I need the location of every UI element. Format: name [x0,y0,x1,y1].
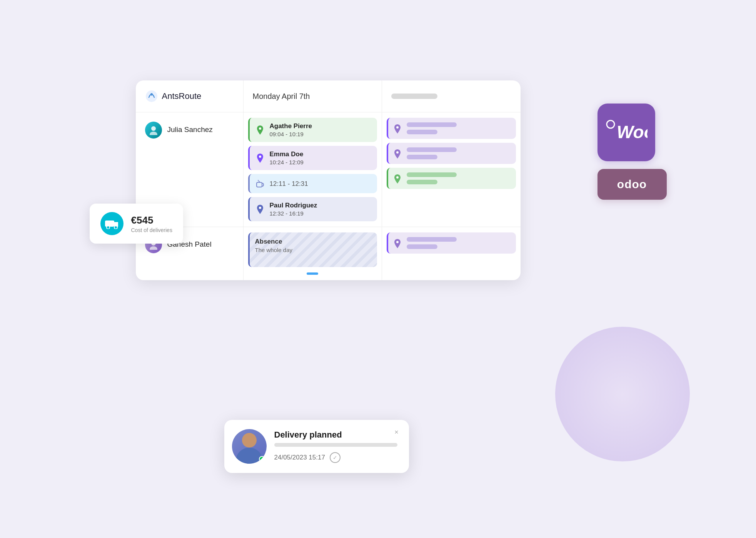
pin-icon-ph3 [394,174,402,183]
notification-card: Delivery planned 24/05/2023 15:17 ✓ × [224,420,409,473]
pin-icon-purple-emma [255,153,265,163]
ph-line-long-2 [407,147,457,152]
julia-row: Julia Sanchez Agathe Pierre 09:04 - 10:1… [136,112,521,227]
notification-content: Delivery planned 24/05/2023 15:17 ✓ [274,430,397,463]
cost-amount: €545 [131,214,172,226]
ph-line-short-2 [407,155,437,159]
date-header: Monday April 7th [244,80,382,112]
header-placeholder-bar [391,94,437,99]
svg-rect-0 [607,120,614,128]
event-paul-time: 12:32 - 16:19 [270,210,317,217]
col3-header [382,80,521,112]
svg-point-6 [259,127,261,130]
pin-icon-ph1 [394,124,402,133]
logo-cell: AntsRoute [136,80,244,112]
ganesh-events-col: Absence The whole day [244,227,382,280]
notification-bar [274,443,397,447]
julia-right-col [382,112,521,227]
ph-line-long-1 [407,122,457,127]
julia-avatar-icon [149,125,159,135]
svg-point-14 [150,246,157,250]
ph-line-short-1 [407,130,437,134]
logo-suffix: Route [179,91,202,101]
odoo-logo-text: odoo [617,178,647,191]
pin-icon-ph2 [394,149,402,158]
placeholder-purple-2 [387,143,516,164]
event-emma-name: Emma Doe [270,150,304,158]
notification-close-button[interactable]: × [391,427,402,438]
cost-info: €545 Cost of deliveries [131,214,172,233]
main-scene: Woo odoo AntsRoute Monday April 7th [90,57,667,481]
ph-lines-ganesh [407,237,457,249]
svg-point-3 [150,93,153,95]
event-emma-info: Emma Doe 10:24 - 12:09 [270,150,304,165]
schedule-header: AntsRoute Monday April 7th [136,80,521,112]
event-break-time: 12:11 - 12:31 [270,180,308,188]
svg-point-5 [150,132,157,135]
truck-icon [105,218,119,229]
absence-card[interactable]: Absence The whole day [248,232,377,267]
cost-label: Cost of deliveries [131,227,172,233]
julia-events-col: Agathe Pierre 09:04 - 10:19 Emma Doe [244,112,382,227]
event-agathe-time: 09:04 - 10:19 [270,131,312,137]
event-agathe[interactable]: Agathe Pierre 09:04 - 10:19 [248,118,377,142]
svg-point-2 [146,90,157,102]
svg-point-17 [107,226,110,229]
svg-point-10 [396,126,399,129]
event-agathe-name: Agathe Pierre [270,122,312,130]
svg-point-4 [151,126,156,131]
svg-point-15 [396,241,399,243]
event-agathe-info: Agathe Pierre 09:04 - 10:19 [270,122,312,137]
julia-name: Julia Sanchez [167,122,213,134]
coffee-icon [255,179,265,189]
event-paul-name: Paul Rodriguez [270,202,317,209]
notification-check-icon: ✓ [330,452,340,463]
decorative-circle [555,327,690,461]
notification-title: Delivery planned [274,430,397,440]
ph-line-ganesh-short [407,244,437,249]
event-break-info: 12:11 - 12:31 [270,179,308,188]
notification-date: 24/05/2023 15:17 [274,454,325,461]
ph-lines-1 [407,122,457,134]
svg-point-7 [259,155,261,158]
ganesh-right-col [382,227,521,280]
notification-status-dot [259,456,265,462]
absence-subtitle: The whole day [255,247,293,253]
ph-line-ganesh-long [407,237,457,242]
ph-lines-2 [407,147,457,159]
antsroute-icon [145,90,158,103]
svg-rect-16 [105,221,114,227]
julia-avatar [145,122,162,139]
cost-icon-circle [100,212,123,235]
svg-point-11 [396,151,399,154]
ph-line-green-long [407,172,457,177]
pin-icon-green [255,125,265,135]
logo-text: AntsRoute [162,91,202,101]
notification-date-row: 24/05/2023 15:17 ✓ [274,452,397,463]
woo-badge: Woo [597,104,655,161]
event-emma-time: 10:24 - 12:09 [270,159,304,165]
ganesh-row: Ganesh Patel Absence The whole day [136,227,521,280]
date-label: Monday April 7th [253,92,310,101]
logo-prefix: Ants [162,91,179,101]
ph-line-green-short [407,180,437,184]
odoo-badge: odoo [597,169,667,200]
svg-text:Woo: Woo [617,122,648,142]
svg-point-12 [396,176,399,179]
ph-lines-3 [407,172,457,184]
event-paul-info: Paul Rodriguez 12:32 - 16:19 [270,202,317,217]
placeholder-purple-1 [387,118,516,139]
event-paul[interactable]: Paul Rodriguez 12:32 - 16:19 [248,197,377,221]
event-break[interactable]: 12:11 - 12:31 [248,174,377,193]
svg-point-9 [259,207,261,209]
pin-icon-ganesh [394,239,402,247]
blue-bar-indicator [307,272,318,275]
placeholder-ganesh-1 [387,232,516,254]
event-emma[interactable]: Emma Doe 10:24 - 12:09 [248,146,377,170]
absence-content: Absence The whole day [255,238,293,253]
placeholder-green-1 [387,168,516,189]
schedule-card: AntsRoute Monday April 7th Julia S [136,80,521,280]
absence-title: Absence [255,238,293,246]
cost-card: €545 Cost of deliveries [90,204,183,244]
woo-logo-svg: Woo [605,119,648,146]
